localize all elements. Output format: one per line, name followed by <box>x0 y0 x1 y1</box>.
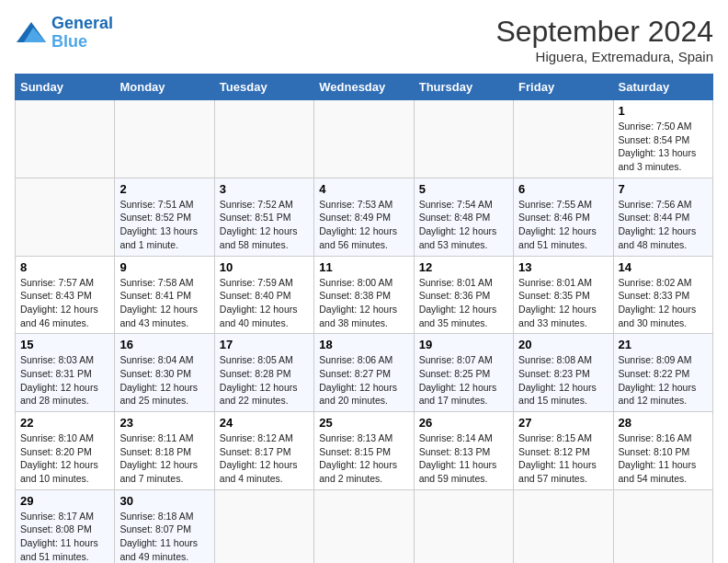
calendar-cell <box>314 100 414 178</box>
calendar-cell <box>314 489 414 563</box>
day-detail: Sunrise: 7:52 AM Sunset: 8:51 PM Dayligh… <box>220 198 309 252</box>
day-number: 1 <box>619 104 708 118</box>
day-number: 27 <box>518 416 608 430</box>
calendar-cell <box>414 489 513 563</box>
day-detail: Sunrise: 8:04 AM Sunset: 8:30 PM Dayligh… <box>119 353 209 408</box>
day-detail: Sunrise: 8:13 AM Sunset: 8:15 PM Dayligh… <box>319 431 408 486</box>
week-row-4: 15 Sunrise: 8:03 AM Sunset: 8:31 PM Dayl… <box>16 334 713 412</box>
day-number: 20 <box>518 338 608 351</box>
calendar-cell: 12 Sunrise: 8:01 AM Sunset: 8:36 PM Dayl… <box>414 256 513 334</box>
day-detail: Sunrise: 8:01 AM Sunset: 8:35 PM Dayligh… <box>518 276 608 330</box>
day-number: 2 <box>119 182 209 196</box>
calendar-cell <box>414 100 513 178</box>
calendar-cell: 3 Sunrise: 7:52 AM Sunset: 8:51 PM Dayli… <box>214 178 313 256</box>
day-detail: Sunrise: 7:56 AM Sunset: 8:44 PM Dayligh… <box>619 198 708 252</box>
day-number: 9 <box>119 260 209 274</box>
day-detail: Sunrise: 8:00 AM Sunset: 8:38 PM Dayligh… <box>319 276 408 330</box>
calendar-cell <box>115 100 214 178</box>
day-detail: Sunrise: 7:50 AM Sunset: 8:54 PM Dayligh… <box>619 120 708 174</box>
calendar-cell: 2 Sunrise: 7:51 AM Sunset: 8:52 PM Dayli… <box>115 178 214 256</box>
day-number: 6 <box>518 182 608 196</box>
day-number: 23 <box>119 416 209 430</box>
location: Higuera, Extremadura, Spain <box>495 49 713 64</box>
day-number: 19 <box>419 338 508 351</box>
day-number: 28 <box>619 416 708 430</box>
day-detail: Sunrise: 8:08 AM Sunset: 8:23 PM Dayligh… <box>518 353 608 408</box>
day-number: 14 <box>619 260 708 274</box>
day-number: 18 <box>319 338 408 351</box>
day-number: 26 <box>419 416 508 430</box>
day-detail: Sunrise: 8:17 AM Sunset: 8:08 PM Dayligh… <box>20 510 109 563</box>
week-row-5: 22 Sunrise: 8:10 AM Sunset: 8:20 PM Dayl… <box>16 412 713 490</box>
day-detail: Sunrise: 8:15 AM Sunset: 8:12 PM Dayligh… <box>518 431 608 486</box>
calendar-cell <box>214 100 313 178</box>
weekday-header-row: SundayMondayTuesdayWednesdayThursdayFrid… <box>16 75 713 100</box>
calendar-cell: 7 Sunrise: 7:56 AM Sunset: 8:44 PM Dayli… <box>613 178 712 256</box>
day-number: 12 <box>419 260 508 274</box>
day-number: 16 <box>119 338 209 351</box>
day-detail: Sunrise: 8:16 AM Sunset: 8:10 PM Dayligh… <box>619 431 708 486</box>
calendar-cell: 20 Sunrise: 8:08 AM Sunset: 8:23 PM Dayl… <box>514 334 613 412</box>
weekday-saturday: Saturday <box>613 75 712 100</box>
calendar-cell: 5 Sunrise: 7:54 AM Sunset: 8:48 PM Dayli… <box>414 178 513 256</box>
day-detail: Sunrise: 7:59 AM Sunset: 8:40 PM Dayligh… <box>220 276 309 330</box>
day-number: 10 <box>220 260 309 274</box>
calendar-cell: 23 Sunrise: 8:11 AM Sunset: 8:18 PM Dayl… <box>115 412 214 490</box>
weekday-wednesday: Wednesday <box>314 75 414 100</box>
day-detail: Sunrise: 8:07 AM Sunset: 8:25 PM Dayligh… <box>419 353 508 408</box>
calendar-cell: 22 Sunrise: 8:10 AM Sunset: 8:20 PM Dayl… <box>16 412 115 490</box>
page-header: General Blue September 2024 Higuera, Ext… <box>15 15 713 64</box>
day-number: 3 <box>220 182 309 196</box>
calendar-cell <box>214 489 313 563</box>
weekday-monday: Monday <box>115 75 214 100</box>
month-title: September 2024 <box>495 15 713 49</box>
calendar-cell <box>514 100 613 178</box>
weekday-sunday: Sunday <box>16 75 115 100</box>
day-detail: Sunrise: 7:54 AM Sunset: 8:48 PM Dayligh… <box>419 198 508 252</box>
calendar-cell: 4 Sunrise: 7:53 AM Sunset: 8:49 PM Dayli… <box>314 178 414 256</box>
calendar-cell: 24 Sunrise: 8:12 AM Sunset: 8:17 PM Dayl… <box>214 412 313 490</box>
day-detail: Sunrise: 8:06 AM Sunset: 8:27 PM Dayligh… <box>319 353 408 408</box>
day-detail: Sunrise: 8:01 AM Sunset: 8:36 PM Dayligh… <box>419 276 508 330</box>
day-number: 21 <box>619 338 708 351</box>
calendar-cell <box>16 100 115 178</box>
day-number: 25 <box>319 416 408 430</box>
day-number: 8 <box>20 260 109 274</box>
calendar-body: 1 Sunrise: 7:50 AM Sunset: 8:54 PM Dayli… <box>16 100 713 564</box>
calendar-cell: 14 Sunrise: 8:02 AM Sunset: 8:33 PM Dayl… <box>613 256 712 334</box>
day-number: 24 <box>220 416 309 430</box>
day-detail: Sunrise: 7:58 AM Sunset: 8:41 PM Dayligh… <box>119 276 209 330</box>
calendar-cell: 25 Sunrise: 8:13 AM Sunset: 8:15 PM Dayl… <box>314 412 414 490</box>
calendar-cell: 17 Sunrise: 8:05 AM Sunset: 8:28 PM Dayl… <box>214 334 313 412</box>
day-detail: Sunrise: 8:18 AM Sunset: 8:07 PM Dayligh… <box>119 510 209 563</box>
day-number: 5 <box>419 182 508 196</box>
day-detail: Sunrise: 7:53 AM Sunset: 8:49 PM Dayligh… <box>319 198 408 252</box>
calendar-cell: 10 Sunrise: 7:59 AM Sunset: 8:40 PM Dayl… <box>214 256 313 334</box>
day-number: 17 <box>220 338 309 351</box>
day-detail: Sunrise: 8:09 AM Sunset: 8:22 PM Dayligh… <box>619 353 708 408</box>
calendar-cell: 29 Sunrise: 8:17 AM Sunset: 8:08 PM Dayl… <box>16 489 115 563</box>
day-detail: Sunrise: 8:10 AM Sunset: 8:20 PM Dayligh… <box>20 431 109 486</box>
calendar-cell <box>514 489 613 563</box>
calendar-cell: 28 Sunrise: 8:16 AM Sunset: 8:10 PM Dayl… <box>613 412 712 490</box>
calendar-cell: 6 Sunrise: 7:55 AM Sunset: 8:46 PM Dayli… <box>514 178 613 256</box>
calendar-cell: 8 Sunrise: 7:57 AM Sunset: 8:43 PM Dayli… <box>16 256 115 334</box>
calendar-cell: 16 Sunrise: 8:04 AM Sunset: 8:30 PM Dayl… <box>115 334 214 412</box>
calendar-cell: 21 Sunrise: 8:09 AM Sunset: 8:22 PM Dayl… <box>613 334 712 412</box>
calendar-cell: 11 Sunrise: 8:00 AM Sunset: 8:38 PM Dayl… <box>314 256 414 334</box>
day-detail: Sunrise: 7:57 AM Sunset: 8:43 PM Dayligh… <box>20 276 109 330</box>
calendar-cell <box>16 178 115 256</box>
day-detail: Sunrise: 8:03 AM Sunset: 8:31 PM Dayligh… <box>20 353 109 408</box>
week-row-2: 2 Sunrise: 7:51 AM Sunset: 8:52 PM Dayli… <box>16 178 713 256</box>
week-row-3: 8 Sunrise: 7:57 AM Sunset: 8:43 PM Dayli… <box>16 256 713 334</box>
day-number: 11 <box>319 260 408 274</box>
calendar-cell: 27 Sunrise: 8:15 AM Sunset: 8:12 PM Dayl… <box>514 412 613 490</box>
day-number: 22 <box>20 416 109 430</box>
calendar-cell: 1 Sunrise: 7:50 AM Sunset: 8:54 PM Dayli… <box>613 100 712 178</box>
day-number: 4 <box>319 182 408 196</box>
day-number: 13 <box>518 260 608 274</box>
week-row-6: 29 Sunrise: 8:17 AM Sunset: 8:08 PM Dayl… <box>16 489 713 563</box>
day-number: 30 <box>119 494 209 508</box>
logo: General Blue <box>15 15 113 52</box>
calendar-cell: 26 Sunrise: 8:14 AM Sunset: 8:13 PM Dayl… <box>414 412 513 490</box>
